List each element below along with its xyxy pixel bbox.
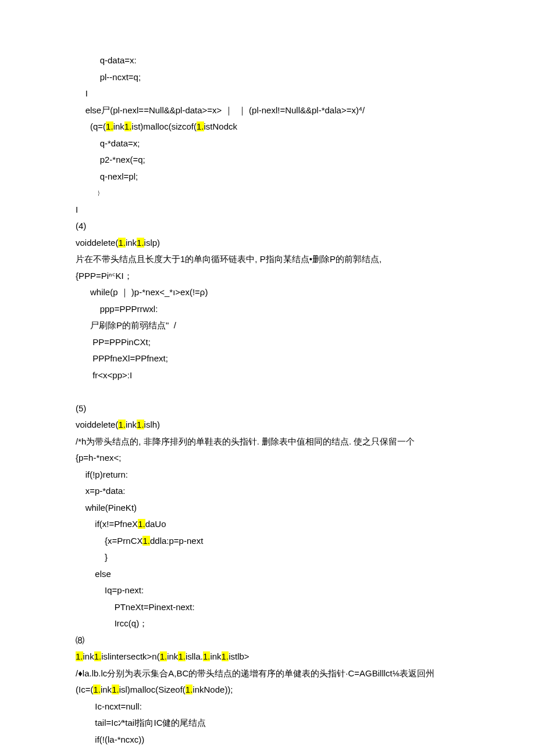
highlight-span: 1.: [137, 238, 144, 248]
text-span: ink: [126, 420, 137, 429]
text-span: islla.: [186, 651, 203, 661]
code-line: I: [76, 85, 477, 102]
code-line: q-data=x:: [76, 52, 477, 69]
text-span: (q=(: [90, 121, 106, 131]
highlight-span: 1.: [142, 536, 150, 546]
text-span: PPPfneXl=PPfnext;: [90, 353, 168, 363]
text-span: istlb>: [229, 651, 249, 661]
document-page: q-data=x: pl--ncxt=q; I else尸(pl-nexl==N…: [0, 0, 535, 756]
highlight-span: 1.: [76, 651, 83, 661]
text-span: (4): [76, 221, 86, 231]
text-span: isl)malloc(Sizeof(: [119, 685, 186, 694]
code-line: pl--ncxt=q;: [76, 69, 477, 86]
highlight-span: 1.: [138, 519, 145, 529]
highlight-span: 1.: [137, 420, 144, 429]
text-span: /*h为带头结点的, 非降序排列的单鞋表的头指针. 删除表中值相同的结点. 使之…: [76, 436, 415, 446]
code-line: else: [76, 566, 477, 583]
code-line: 片在不带头结点且长度大于1的单向循环链表中, P指向某结点•删除P的前郭结点,: [76, 251, 477, 268]
text-span: pl--ncxt=q;: [100, 72, 141, 82]
code-line: (5): [76, 400, 477, 417]
text-span: islh): [144, 420, 160, 429]
code-line: ⑻: [76, 632, 477, 649]
text-span: Ic-ncxt=null:: [95, 701, 141, 711]
code-line: {x=PrnCX1.ddla:p=p-next: [76, 533, 477, 550]
text-span: ink: [83, 651, 94, 661]
text-span: ﹜: [95, 188, 104, 198]
text-span: ink: [101, 685, 112, 694]
text-span: if(!p)return:: [85, 470, 128, 479]
text-span: PTneXt=Pinext-next:: [115, 602, 195, 612]
text-span: q-data=x:: [100, 55, 137, 65]
text-span: Ircc(q)；: [115, 618, 148, 628]
highlight-span: 1.: [160, 651, 167, 661]
text-span: ddla:p=p-next: [150, 536, 203, 546]
code-line: else尸(pl-nexl==Null&&pl-data>=x> ｜ ｜ (pl…: [76, 102, 477, 119]
text-span: ist)malloc(sizcof(: [131, 121, 197, 131]
text-span: if(!(la-*ncxc)): [95, 734, 144, 744]
highlight-span: 1.: [197, 121, 204, 131]
text-span: q-*data=x;: [100, 138, 140, 148]
highlight-span: 1.: [203, 651, 211, 661]
text-span: islp): [144, 238, 160, 248]
code-document-body: q-data=x: pl--ncxt=q; I else尸(pl-nexl==N…: [76, 52, 477, 748]
text-span: 片在不带头结点且长度大于1的单向循环链表中, P指向某结点•删除P的前郭结点,: [76, 254, 381, 264]
highlight-span: 1.: [112, 685, 119, 694]
text-span: fr<x<pp>:I: [90, 370, 132, 380]
code-line: voiddelete(1.ink1.islp): [76, 235, 477, 252]
text-span: islintersectk>n(: [101, 651, 159, 661]
highlight-span: 1.: [106, 121, 113, 131]
text-span: istNodck: [204, 121, 238, 131]
code-line: }: [76, 549, 477, 566]
text-span: daUo: [145, 519, 166, 529]
text-span: 尸刷除P的前弱结点" /: [90, 320, 176, 330]
code-line: 尸刷除P的前弱结点" /: [76, 317, 477, 334]
text-span: ⑻: [76, 635, 84, 645]
highlight-span: 1.: [124, 121, 132, 131]
code-line: fr<x<pp>:I: [76, 367, 477, 384]
highlight-span: 1.: [118, 420, 126, 429]
text-span: {p=h-*nex<;: [76, 453, 121, 463]
code-line: while(p ｜ )p-*nex<_*ı>ex(!=ρ): [76, 284, 477, 301]
text-span: {PPP=PiⁿᶜKI；: [76, 271, 133, 281]
text-span: I: [85, 88, 88, 98]
text-span: ppp=PPPrrwxl:: [100, 304, 158, 314]
code-line: [76, 384, 477, 400]
code-line: {p=h-*nex<;: [76, 450, 477, 467]
code-line: PTneXt=Pinext-next:: [76, 599, 477, 616]
text-span: voiddelete(: [76, 238, 118, 248]
code-line: PPPfneXl=PPfnext;: [76, 350, 477, 367]
code-line: x=p-*data:: [76, 483, 477, 500]
highlight-span: 1.: [94, 651, 102, 661]
code-line: I: [76, 202, 477, 218]
text-span: ink: [126, 238, 137, 248]
code-line: ppp=PPPrrwxl:: [76, 301, 477, 318]
code-line: q-*data=x;: [76, 135, 477, 152]
text-span: if(x!=PfneX: [95, 519, 138, 529]
code-line: (4): [76, 218, 477, 235]
code-line: if(!p)return:: [76, 467, 477, 483]
code-line: ﹜: [76, 185, 477, 202]
code-line: voiddelete(1.ink1.islh): [76, 417, 477, 433]
text-span: /♦la.lb.lc分别为表示集合A,BC的带头结点的递增有序的单健表的头指针·…: [76, 668, 434, 678]
text-span: ink: [167, 651, 178, 661]
text-span: ink: [113, 121, 124, 131]
code-line: tail=Ic∶⁄*tail指向IC健的尾结点: [76, 715, 477, 732]
text-span: I: [76, 205, 78, 214]
text-span: else: [95, 569, 111, 579]
code-line: {PPP=PiⁿᶜKI；: [76, 268, 477, 285]
code-line: if(!(la-*ncxc)): [76, 732, 477, 748]
text-span: p2-*nex(=q;: [100, 155, 145, 164]
code-line: /♦la.lb.lc分别为表示集合A,BC的带头结点的递增有序的单健表的头指针·…: [76, 665, 477, 682]
text-span: (Ic=(: [76, 685, 93, 694]
text-span: while(PineKt): [85, 503, 137, 513]
text-span: PP=PPPinCXt;: [90, 337, 151, 347]
text-span: while(p ｜ )p-*nex<_*ı>ex(!=ρ): [90, 287, 208, 297]
text-span: (5): [76, 403, 86, 413]
text-span: voiddelete(: [76, 420, 118, 429]
code-line: PP=PPPinCXt;: [76, 334, 477, 351]
text-span: tail=Ic∶⁄*tail指向IC健的尾结点: [95, 718, 206, 728]
text-span: q-nexl=pl;: [100, 171, 138, 181]
text-span: Iq=p-next:: [105, 585, 144, 595]
text-span: else尸(pl-nexl==Null&&pl-data>=x> ｜ ｜ (pl…: [85, 105, 365, 115]
text-span: inkNode));: [192, 685, 233, 694]
